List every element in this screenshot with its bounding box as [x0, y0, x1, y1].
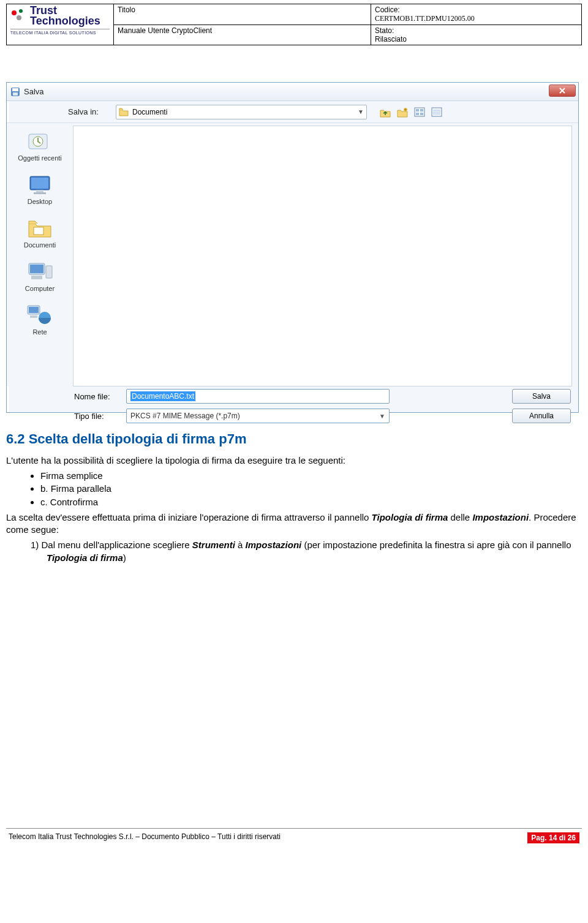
place-label: Oggetti recenti — [18, 154, 62, 162]
logo-cell: Trust Technologies TELECOM ITALIA DIGITA… — [7, 4, 114, 45]
step1-mid: à — [235, 540, 246, 550]
up-folder-icon[interactable] — [379, 106, 391, 118]
step1-em1: Strumenti — [192, 540, 235, 550]
folder-icon — [119, 108, 129, 116]
para2-pre: La scelta dev'essere effettuata prima di… — [6, 512, 372, 522]
titolo-cell: Titolo — [114, 4, 371, 25]
network-icon — [25, 303, 55, 326]
svg-rect-17 — [36, 190, 43, 192]
footer-left: Telecom Italia Trust Technologies S.r.l.… — [9, 832, 281, 843]
save-in-row: Salva in: Documenti ▼ — [7, 101, 578, 123]
step-1: 1) Dal menu dell'applicazione scegliere … — [31, 539, 582, 564]
step1-em2: Impostazioni — [246, 540, 302, 550]
chevron-down-icon: ▼ — [379, 413, 385, 420]
page-footer: Telecom Italia Trust Technologies S.r.l.… — [6, 828, 582, 843]
bullet-item: c. Controfirma — [40, 496, 582, 509]
cancel-button[interactable]: Annulla — [512, 409, 571, 423]
svg-rect-27 — [30, 315, 37, 318]
place-label: Documenti — [24, 241, 56, 249]
filename-value: DocumentoABC.txt — [130, 391, 195, 401]
svg-rect-2 — [13, 92, 18, 96]
view-details-icon[interactable] — [431, 106, 443, 118]
file-list-area[interactable] — [73, 126, 572, 386]
place-desktop[interactable]: Desktop — [10, 170, 69, 208]
para2-mid: delle — [448, 512, 472, 522]
logo-icon — [10, 9, 28, 23]
svg-rect-16 — [31, 178, 48, 189]
stato-value: Rilasciato — [375, 35, 578, 43]
stato-label: Stato: — [375, 26, 578, 35]
svg-rect-1 — [12, 88, 18, 91]
place-label: Rete — [32, 328, 47, 336]
filename-label: Nome file: — [74, 392, 120, 401]
bullet-item: b. Firma parallela — [40, 483, 582, 495]
section-body: L'utente ha la possibilità di scegliere … — [6, 454, 582, 565]
new-folder-icon[interactable] — [396, 106, 409, 118]
place-computer[interactable]: Computer — [10, 257, 69, 295]
doc-header: Trust Technologies TELECOM ITALIA DIGITA… — [6, 4, 582, 45]
filetype-row: Tipo file: PKCS #7 MIME Message (*.p7m) … — [7, 406, 578, 426]
svg-rect-5 — [416, 109, 419, 111]
view-list-icon[interactable] — [413, 106, 426, 118]
place-documents[interactable]: Documenti — [10, 214, 69, 251]
bullet-item: Firma semplice — [40, 470, 582, 483]
svg-rect-7 — [416, 113, 419, 115]
close-button[interactable] — [549, 85, 576, 97]
filename-row: Nome file: DocumentoABC.txt Salva — [7, 386, 578, 406]
para2-em2: Impostazioni — [472, 512, 529, 522]
svg-rect-18 — [34, 192, 46, 194]
step1-pre: 1) Dal menu dell'applicazione scegliere — [31, 540, 192, 550]
recent-icon — [25, 129, 55, 153]
save-in-combo[interactable]: Documenti ▼ — [116, 105, 367, 119]
para2: La scelta dev'essere effettuata prima di… — [6, 511, 582, 537]
step1-post1: (per impostazione predefinita la finestr… — [301, 540, 571, 550]
step1-em3: Tipologia di firma — [47, 552, 123, 563]
save-in-label: Salva in: — [68, 107, 111, 116]
logo-subtext: TELECOM ITALIA DIGITAL SOLUTIONS — [10, 29, 110, 35]
ordered-list: 1) Dal menu dell'applicazione scegliere … — [31, 539, 582, 564]
svg-rect-19 — [34, 227, 43, 235]
save-in-value: Documenti — [132, 108, 354, 116]
svg-rect-21 — [30, 265, 43, 273]
documents-icon — [25, 216, 55, 239]
places-bar: Oggetti recenti Desktop Documenti — [7, 123, 73, 386]
svg-rect-23 — [31, 276, 42, 279]
filename-input[interactable]: DocumentoABC.txt — [126, 389, 390, 404]
step1-post2: ) — [123, 552, 126, 563]
svg-rect-8 — [420, 113, 423, 115]
filetype-value: PKCS #7 MIME Message (*.p7m) — [130, 412, 240, 420]
save-dialog-icon — [10, 87, 20, 97]
svg-rect-22 — [46, 266, 52, 278]
para2-em1: Tipologia di firma — [372, 512, 448, 522]
filetype-label: Tipo file: — [74, 412, 120, 421]
chevron-down-icon: ▼ — [358, 108, 364, 115]
titolo-label: Titolo — [118, 6, 367, 14]
manual-title: Manuale Utente CryptoClient — [118, 26, 367, 35]
footer-page-number: Pag. 14 di 26 — [527, 832, 579, 843]
section-heading: 6.2 Scelta della tipologia di firma p7m — [6, 431, 582, 447]
place-recent[interactable]: Oggetti recenti — [10, 127, 69, 164]
manual-title-cell: Manuale Utente CryptoClient — [114, 25, 371, 45]
svg-rect-25 — [29, 307, 39, 313]
titlebar: Salva — [7, 83, 578, 101]
codice-cell: Codice: CERTMOB1.TT.DPMU12005.00 — [371, 4, 582, 25]
svg-rect-6 — [420, 109, 423, 111]
place-label: Desktop — [28, 198, 52, 205]
save-button[interactable]: Salva — [512, 389, 571, 404]
save-dialog: Salva Salva in: Documenti ▼ — [6, 82, 579, 413]
place-network[interactable]: Rete — [10, 301, 69, 338]
codice-value: CERTMOB1.TT.DPMU12005.00 — [375, 14, 578, 23]
place-label: Computer — [25, 285, 55, 292]
desktop-icon — [25, 173, 55, 196]
bullet-list: Firma semplice b. Firma parallela c. Con… — [40, 470, 582, 509]
codice-label: Codice: — [375, 6, 578, 14]
stato-cell: Stato: Rilasciato — [371, 25, 582, 45]
logo-text-2: Technologies — [30, 16, 100, 26]
intro-text: L'utente ha la possibilità di scegliere … — [6, 454, 582, 467]
computer-icon — [25, 260, 55, 283]
dialog-title: Salva — [24, 87, 44, 96]
filetype-select[interactable]: PKCS #7 MIME Message (*.p7m) ▼ — [126, 409, 390, 423]
